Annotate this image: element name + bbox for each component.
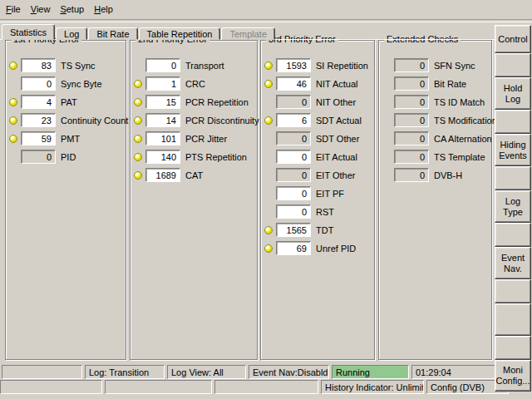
error-counter-row: 6SDT Actual bbox=[264, 113, 373, 127]
counter-field: 0 bbox=[394, 150, 429, 164]
group-2nd-priority-error: 2nd Priority Error0Transport1CRC15PCR Re… bbox=[130, 40, 258, 360]
alarm-led-icon bbox=[134, 98, 142, 106]
status-bar-bottom: History Indicator: UnlimitedConfig (DVB) bbox=[0, 380, 509, 394]
error-counter-row: 4PAT bbox=[8, 95, 125, 109]
error-counter-row: 1565TDT bbox=[264, 223, 373, 237]
counter-field: 0 bbox=[21, 76, 56, 91]
counter-field: 0 bbox=[21, 150, 56, 164]
status-panel-bottom-0 bbox=[0, 380, 102, 394]
counter-label: Bit Rate bbox=[434, 79, 466, 89]
error-counter-row: 59PMT bbox=[8, 131, 125, 145]
group-3rd-priority-error: 3rd Priority Error1593SI Repetition46NIT… bbox=[260, 40, 375, 360]
error-counter-row: 69Unref PID bbox=[264, 241, 373, 255]
counter-field: 0 bbox=[276, 95, 311, 109]
error-counter-row: 0Transport bbox=[133, 58, 256, 72]
error-counter-row: 101PCR Jitter bbox=[133, 131, 256, 145]
group-rows: 0Transport1CRC15PCR Repetition14PCR Disc… bbox=[133, 58, 256, 186]
app-window: FileViewSetupHelp StatisticsLogBit RateT… bbox=[0, 0, 532, 399]
menu-bar: FileViewSetupHelp bbox=[1, 0, 532, 18]
error-counter-row: 0CA Alternation bbox=[382, 131, 490, 145]
tab-statistics[interactable]: Statistics bbox=[2, 24, 55, 40]
counter-label: PID bbox=[61, 152, 76, 162]
alarm-led-icon bbox=[134, 116, 142, 125]
side-button-event-nav[interactable]: Event Nav. bbox=[495, 247, 531, 279]
alarm-led-icon bbox=[134, 153, 142, 161]
counter-field: 59 bbox=[21, 131, 56, 145]
status-panel-log-transition: Log: Transition bbox=[85, 365, 165, 379]
side-button-hiding-events[interactable]: Hiding Events bbox=[495, 134, 531, 166]
counter-field: 0 bbox=[276, 131, 311, 145]
counter-label: CRC bbox=[185, 79, 205, 89]
counter-field: 4 bbox=[21, 95, 56, 109]
counter-label: EIT Actual bbox=[316, 152, 357, 162]
error-counter-row: 0TS Template bbox=[382, 150, 490, 164]
side-separator bbox=[495, 336, 531, 360]
side-separator bbox=[495, 53, 531, 77]
side-button-moni-config[interactable]: Moni Config... bbox=[495, 360, 531, 392]
group-extended-checks: Extended Checks0SFN Sync0Bit Rate0TS ID … bbox=[378, 40, 492, 360]
side-button-hold-log[interactable]: Hold Log bbox=[495, 77, 531, 110]
counter-label: PCR Jitter bbox=[185, 134, 227, 144]
counter-field: 1689 bbox=[145, 168, 180, 182]
side-separator bbox=[495, 223, 531, 247]
error-counter-row: 0TS Modification bbox=[382, 113, 490, 127]
error-counter-row: 0EIT Actual bbox=[264, 150, 373, 164]
status-panel-top-0 bbox=[2, 365, 82, 379]
side-button-log-type[interactable]: Log Type bbox=[495, 190, 531, 223]
tab-table-repetition[interactable]: Table Repetition bbox=[139, 27, 221, 40]
counter-label: RST bbox=[316, 207, 334, 217]
error-counter-row: 0RST bbox=[264, 204, 373, 219]
tab-bar: StatisticsLogBit RateTable RepetitionTem… bbox=[2, 25, 276, 40]
counter-label: PTS Repetition bbox=[185, 152, 247, 162]
counter-field: 1593 bbox=[276, 58, 311, 72]
alarm-led-icon bbox=[9, 98, 17, 106]
counter-label: Sync Byte bbox=[61, 79, 102, 89]
menu-item-view[interactable]: View bbox=[26, 2, 56, 17]
counter-field: 0 bbox=[394, 58, 429, 72]
counter-label: PCR Repetition bbox=[185, 97, 249, 107]
counter-field: 0 bbox=[394, 95, 429, 109]
side-button-control[interactable]: Control bbox=[495, 25, 531, 53]
alarm-led-icon bbox=[264, 80, 273, 88]
counter-label: CA Alternation bbox=[434, 134, 492, 144]
counter-field: 0 bbox=[276, 204, 311, 219]
tab-template: Template bbox=[221, 27, 275, 40]
counter-label: SDT Other bbox=[316, 134, 359, 144]
counter-field: 0 bbox=[394, 113, 429, 127]
tab-log[interactable]: Log bbox=[56, 27, 87, 40]
counter-field: 0 bbox=[276, 186, 311, 200]
menu-item-file[interactable]: File bbox=[1, 2, 26, 17]
counter-label: EIT Other bbox=[316, 170, 355, 180]
group-rows: 83TS Sync0Sync Byte4PAT23Continuity Coun… bbox=[8, 58, 125, 168]
counter-field: 0 bbox=[276, 168, 311, 182]
status-panel-history-indicator-unlimited: History Indicator: Unlimited bbox=[321, 380, 424, 394]
counter-label: TS Template bbox=[434, 152, 485, 162]
alarm-led-icon bbox=[9, 135, 17, 143]
counter-field: 46 bbox=[276, 76, 311, 91]
menu-item-setup[interactable]: Setup bbox=[55, 2, 89, 17]
status-panel-log-view-all: Log View: All bbox=[167, 365, 246, 379]
counter-label: CAT bbox=[185, 170, 203, 180]
counter-field: 0 bbox=[276, 150, 311, 164]
error-counter-row: 14PCR Discontinuity bbox=[133, 113, 256, 127]
side-separator bbox=[495, 166, 531, 190]
tab-bit-rate[interactable]: Bit Rate bbox=[88, 27, 137, 40]
counter-label: Transport bbox=[185, 61, 224, 71]
menu-item-help[interactable]: Help bbox=[89, 2, 118, 17]
alarm-led-icon bbox=[134, 80, 142, 88]
side-button-column: ControlHold LogHiding EventsLog TypeEven… bbox=[495, 25, 532, 399]
error-counter-row: 0DVB-H bbox=[382, 168, 490, 182]
alarm-led-icon bbox=[134, 171, 142, 180]
error-counter-row: 0PID bbox=[8, 150, 125, 164]
error-counter-row: 0Bit Rate bbox=[382, 76, 490, 91]
status-panel-bottom-1 bbox=[105, 380, 212, 394]
error-counter-row: 140PTS Repetition bbox=[133, 150, 256, 164]
counter-field: 0 bbox=[394, 131, 429, 145]
counter-label: PAT bbox=[61, 97, 77, 107]
status-panel-bottom-2 bbox=[214, 380, 318, 394]
alarm-led-icon bbox=[134, 135, 142, 143]
counter-label: TDT bbox=[316, 225, 333, 235]
error-counter-row: 15PCR Repetition bbox=[133, 95, 256, 109]
error-counter-row: 0Sync Byte bbox=[8, 76, 125, 91]
counter-label: SFN Sync bbox=[434, 61, 475, 71]
